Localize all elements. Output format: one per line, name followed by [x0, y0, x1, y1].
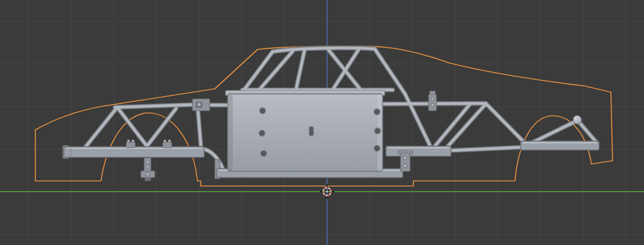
rail-clamp: [126, 142, 135, 148]
pin-head: [197, 103, 201, 106]
hanging-bracket: [144, 158, 151, 172]
bolt-head: [70, 153, 72, 156]
panel-slot: [309, 126, 314, 136]
rear-strut-ball-end: [573, 116, 582, 124]
panel-hole: [259, 130, 265, 137]
bolt-head: [146, 165, 149, 168]
bolt-head: [146, 160, 149, 163]
box-side-panel[interactable]: [228, 94, 383, 171]
viewport-canvas[interactable]: [0, 0, 644, 245]
panel-hole: [374, 146, 380, 152]
panel-hole: [261, 151, 267, 157]
panel-hole: [375, 128, 381, 134]
cursor-center-dot: [326, 191, 328, 193]
bolt-head: [431, 97, 434, 100]
bolt-head: [403, 156, 407, 160]
bracket-foot: [145, 178, 151, 181]
rail-clamp: [163, 142, 172, 148]
bolt-head: [146, 173, 149, 176]
panel-hole: [260, 108, 266, 114]
shock-mount-bracket: [429, 94, 436, 111]
step-bracket: [401, 153, 410, 171]
3d-viewport[interactable]: [0, 0, 644, 245]
center-box-panel[interactable]: [226, 90, 385, 171]
bolt-head: [431, 103, 434, 106]
bolt-head: [70, 149, 72, 151]
box-left-shade: [228, 94, 233, 171]
bolt-head: [403, 164, 407, 167]
bolt-head: [205, 101, 208, 103]
panel-hole: [374, 109, 380, 115]
